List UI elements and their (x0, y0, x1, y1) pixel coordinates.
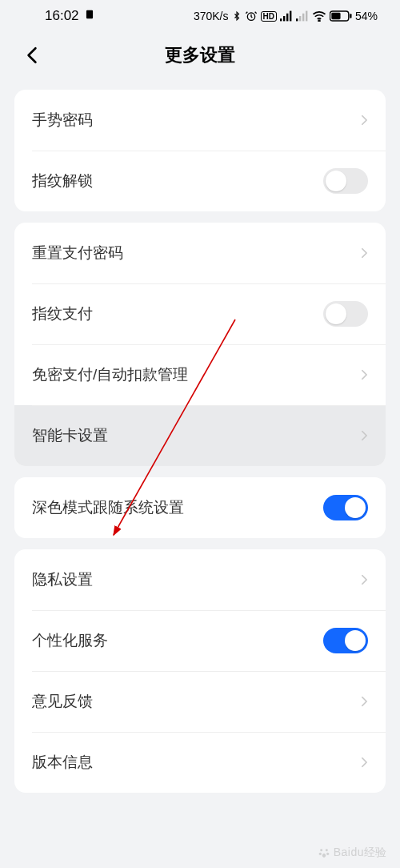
svg-rect-3 (283, 16, 285, 21)
settings-row[interactable]: 重置支付密码 (14, 223, 386, 283)
sim-icon (84, 8, 95, 24)
settings-row[interactable]: 免密支付/自动扣款管理 (14, 344, 386, 405)
svg-rect-5 (290, 11, 291, 22)
settings-row[interactable]: 手势密码 (14, 90, 386, 151)
svg-rect-9 (306, 11, 307, 22)
back-button[interactable] (16, 39, 48, 71)
status-indicators: 370K/s HD 54% (194, 10, 378, 22)
chevron-right-icon (361, 574, 368, 585)
svg-point-16 (326, 849, 328, 851)
bluetooth-icon (232, 10, 242, 22)
status-time: 16:02 (45, 8, 79, 24)
row-label: 免密支付/自动扣款管理 (32, 364, 188, 385)
row-label: 指纹解锁 (32, 171, 93, 191)
settings-row[interactable]: 隐私设置 (14, 549, 386, 610)
toggle-off[interactable] (323, 168, 368, 194)
row-label: 个性化服务 (32, 630, 108, 651)
chevron-right-icon (361, 115, 368, 126)
watermark: Baidu经验 (318, 846, 387, 860)
toggle-off[interactable] (323, 301, 368, 327)
toggle-on[interactable] (323, 495, 368, 520)
settings-group: 重置支付密码指纹支付免密支付/自动扣款管理智能卡设置 (14, 223, 386, 466)
wifi-icon (312, 10, 326, 22)
svg-point-18 (326, 853, 329, 855)
svg-rect-4 (286, 14, 288, 22)
chevron-right-icon (361, 430, 368, 441)
toggle-on[interactable] (323, 628, 368, 653)
svg-point-10 (318, 20, 320, 22)
battery-icon (330, 10, 352, 22)
row-label: 重置支付密码 (32, 243, 123, 263)
svg-rect-2 (280, 18, 282, 21)
status-bar: 16:02 370K/s HD 54% (0, 0, 400, 32)
page-title: 更多设置 (165, 43, 235, 67)
alarm-icon (245, 10, 258, 22)
row-label: 深色模式跟随系统设置 (32, 497, 184, 518)
chevron-left-icon (26, 46, 38, 64)
settings-list: 手势密码指纹解锁重置支付密码指纹支付免密支付/自动扣款管理智能卡设置深色模式跟随… (0, 90, 400, 793)
svg-rect-8 (302, 14, 304, 22)
settings-group: 手势密码指纹解锁 (14, 90, 386, 211)
chevron-right-icon (361, 757, 368, 768)
row-label: 意见反馈 (32, 691, 93, 712)
svg-rect-12 (331, 13, 340, 19)
settings-group: 隐私设置个性化服务意见反馈版本信息 (14, 549, 386, 793)
header: 更多设置 (0, 32, 400, 78)
svg-point-15 (320, 849, 322, 851)
row-label: 手势密码 (32, 110, 93, 131)
svg-point-17 (318, 853, 321, 855)
signal-icon (280, 10, 293, 22)
settings-row: 深色模式跟随系统设置 (14, 477, 386, 538)
chevron-right-icon (361, 696, 368, 707)
svg-rect-0 (86, 10, 92, 19)
settings-row[interactable]: 智能卡设置 (14, 405, 386, 466)
status-speed: 370K/s (194, 10, 229, 22)
settings-row: 个性化服务 (14, 610, 386, 671)
svg-point-19 (322, 854, 326, 858)
svg-rect-7 (299, 16, 301, 21)
row-label: 智能卡设置 (32, 425, 108, 446)
chevron-right-icon (361, 247, 368, 259)
status-battery: 54% (355, 10, 378, 22)
chevron-right-icon (361, 369, 368, 380)
signal-weak-icon (296, 10, 309, 22)
hd-icon: HD (261, 11, 277, 22)
settings-group: 深色模式跟随系统设置 (14, 477, 386, 538)
settings-row[interactable]: 版本信息 (14, 732, 386, 793)
settings-row: 指纹解锁 (14, 151, 386, 211)
row-label: 版本信息 (32, 752, 93, 773)
settings-row[interactable]: 意见反馈 (14, 671, 386, 732)
row-label: 隐私设置 (32, 569, 93, 590)
row-label: 指纹支付 (32, 303, 93, 324)
settings-row: 指纹支付 (14, 283, 386, 344)
svg-rect-13 (350, 14, 351, 18)
svg-rect-6 (296, 18, 298, 21)
